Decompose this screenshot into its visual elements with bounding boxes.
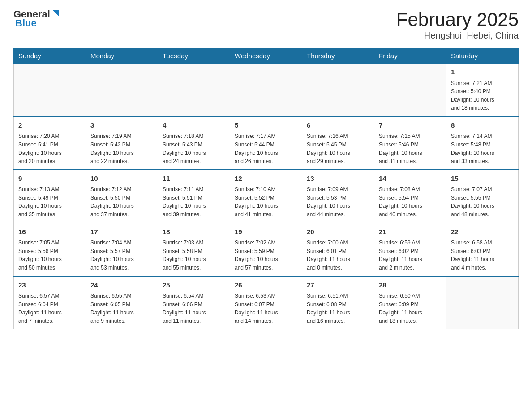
- calendar-cell: 19Sunrise: 7:02 AMSunset: 5:59 PMDayligh…: [230, 223, 302, 276]
- day-number: 17: [90, 227, 153, 237]
- calendar-cell: 1Sunrise: 7:21 AMSunset: 5:40 PMDaylight…: [446, 64, 519, 116]
- day-number: 2: [18, 120, 81, 131]
- day-info: Sunrise: 7:20 AMSunset: 5:41 PMDaylight:…: [18, 132, 81, 165]
- logo: General Blue: [13, 9, 61, 29]
- calendar-cell: 18Sunrise: 7:03 AMSunset: 5:58 PMDayligh…: [158, 223, 230, 276]
- calendar-cell: 28Sunrise: 6:50 AMSunset: 6:09 PMDayligh…: [374, 276, 446, 329]
- week-row-2: 9Sunrise: 7:13 AMSunset: 5:49 PMDaylight…: [14, 170, 519, 223]
- calendar-cell: 10Sunrise: 7:12 AMSunset: 5:50 PMDayligh…: [86, 170, 158, 223]
- calendar-cell: [14, 64, 86, 116]
- day-number: 11: [163, 174, 225, 184]
- weekday-header-row: SundayMondayTuesdayWednesdayThursdayFrid…: [14, 48, 519, 64]
- day-number: 25: [163, 280, 225, 291]
- weekday-header-saturday: Saturday: [446, 48, 519, 64]
- day-number: 5: [235, 120, 297, 131]
- day-number: 28: [379, 280, 442, 291]
- day-info: Sunrise: 7:00 AMSunset: 6:01 PMDaylight:…: [307, 239, 369, 272]
- day-number: 19: [235, 227, 297, 237]
- day-info: Sunrise: 7:09 AMSunset: 5:53 PMDaylight:…: [307, 185, 369, 218]
- calendar-cell: 4Sunrise: 7:18 AMSunset: 5:43 PMDaylight…: [158, 116, 230, 170]
- page-header: General Blue February 2025 Hengshui, Heb…: [13, 9, 519, 41]
- month-title: February 2025: [396, 9, 519, 30]
- calendar-cell: [446, 276, 519, 329]
- day-number: 3: [90, 120, 153, 131]
- day-number: 6: [307, 120, 369, 131]
- week-row-0: 1Sunrise: 7:21 AMSunset: 5:40 PMDaylight…: [14, 64, 519, 116]
- weekday-header-wednesday: Wednesday: [230, 48, 302, 64]
- svg-marker-0: [53, 10, 59, 17]
- day-number: 20: [307, 227, 369, 237]
- title-area: February 2025 Hengshui, Hebei, China: [396, 9, 519, 41]
- day-info: Sunrise: 7:14 AMSunset: 5:48 PMDaylight:…: [451, 132, 514, 165]
- calendar-cell: 14Sunrise: 7:08 AMSunset: 5:54 PMDayligh…: [374, 170, 446, 223]
- day-number: 14: [379, 174, 442, 184]
- calendar-cell: 2Sunrise: 7:20 AMSunset: 5:41 PMDaylight…: [14, 116, 86, 170]
- calendar-cell: [86, 64, 158, 116]
- logo-blue: Blue: [15, 18, 37, 29]
- day-number: 16: [18, 227, 81, 237]
- day-info: Sunrise: 7:15 AMSunset: 5:46 PMDaylight:…: [379, 132, 442, 165]
- calendar-cell: [374, 64, 446, 116]
- day-info: Sunrise: 7:10 AMSunset: 5:52 PMDaylight:…: [235, 185, 297, 218]
- calendar-cell: 22Sunrise: 6:58 AMSunset: 6:03 PMDayligh…: [446, 223, 519, 276]
- calendar-cell: 13Sunrise: 7:09 AMSunset: 5:53 PMDayligh…: [302, 170, 374, 223]
- calendar-cell: 12Sunrise: 7:10 AMSunset: 5:52 PMDayligh…: [230, 170, 302, 223]
- calendar-table: SundayMondayTuesdayWednesdayThursdayFrid…: [13, 48, 519, 329]
- calendar-cell: 27Sunrise: 6:51 AMSunset: 6:08 PMDayligh…: [302, 276, 374, 329]
- day-number: 27: [307, 280, 369, 291]
- day-number: 9: [18, 174, 81, 184]
- calendar-cell: 23Sunrise: 6:57 AMSunset: 6:04 PMDayligh…: [14, 276, 86, 329]
- day-info: Sunrise: 6:55 AMSunset: 6:05 PMDaylight:…: [90, 292, 153, 325]
- day-info: Sunrise: 7:18 AMSunset: 5:43 PMDaylight:…: [163, 132, 225, 165]
- day-info: Sunrise: 7:08 AMSunset: 5:54 PMDaylight:…: [379, 185, 442, 218]
- day-info: Sunrise: 6:58 AMSunset: 6:03 PMDaylight:…: [451, 239, 514, 272]
- day-info: Sunrise: 7:12 AMSunset: 5:50 PMDaylight:…: [90, 185, 153, 218]
- calendar-cell: 7Sunrise: 7:15 AMSunset: 5:46 PMDaylight…: [374, 116, 446, 170]
- day-number: 26: [235, 280, 297, 291]
- calendar-cell: 21Sunrise: 6:59 AMSunset: 6:02 PMDayligh…: [374, 223, 446, 276]
- day-info: Sunrise: 7:21 AMSunset: 5:40 PMDaylight:…: [451, 79, 514, 112]
- weekday-header-monday: Monday: [86, 48, 158, 64]
- week-row-1: 2Sunrise: 7:20 AMSunset: 5:41 PMDaylight…: [14, 116, 519, 170]
- day-info: Sunrise: 7:11 AMSunset: 5:51 PMDaylight:…: [163, 185, 225, 218]
- day-info: Sunrise: 7:19 AMSunset: 5:42 PMDaylight:…: [90, 132, 153, 165]
- calendar-cell: [158, 64, 230, 116]
- day-info: Sunrise: 7:13 AMSunset: 5:49 PMDaylight:…: [18, 185, 81, 218]
- day-info: Sunrise: 6:59 AMSunset: 6:02 PMDaylight:…: [379, 239, 442, 272]
- day-info: Sunrise: 6:54 AMSunset: 6:06 PMDaylight:…: [163, 292, 225, 325]
- day-number: 23: [18, 280, 81, 291]
- day-info: Sunrise: 7:07 AMSunset: 5:55 PMDaylight:…: [451, 185, 514, 218]
- logo-arrow-icon: [51, 9, 61, 18]
- day-info: Sunrise: 7:05 AMSunset: 5:56 PMDaylight:…: [18, 239, 81, 272]
- day-number: 7: [379, 120, 442, 131]
- calendar-cell: 3Sunrise: 7:19 AMSunset: 5:42 PMDaylight…: [86, 116, 158, 170]
- weekday-header-friday: Friday: [374, 48, 446, 64]
- calendar-cell: 26Sunrise: 6:53 AMSunset: 6:07 PMDayligh…: [230, 276, 302, 329]
- day-info: Sunrise: 6:53 AMSunset: 6:07 PMDaylight:…: [235, 292, 297, 325]
- calendar-cell: 11Sunrise: 7:11 AMSunset: 5:51 PMDayligh…: [158, 170, 230, 223]
- day-number: 1: [451, 67, 514, 77]
- day-number: 22: [451, 227, 514, 237]
- day-number: 8: [451, 120, 514, 131]
- calendar-cell: 20Sunrise: 7:00 AMSunset: 6:01 PMDayligh…: [302, 223, 374, 276]
- calendar-cell: [302, 64, 374, 116]
- day-number: 10: [90, 174, 153, 184]
- weekday-header-tuesday: Tuesday: [158, 48, 230, 64]
- calendar-cell: 8Sunrise: 7:14 AMSunset: 5:48 PMDaylight…: [446, 116, 519, 170]
- day-number: 21: [379, 227, 442, 237]
- week-row-3: 16Sunrise: 7:05 AMSunset: 5:56 PMDayligh…: [14, 223, 519, 276]
- day-number: 18: [163, 227, 225, 237]
- day-info: Sunrise: 6:51 AMSunset: 6:08 PMDaylight:…: [307, 292, 369, 325]
- day-number: 15: [451, 174, 514, 184]
- calendar-cell: 25Sunrise: 6:54 AMSunset: 6:06 PMDayligh…: [158, 276, 230, 329]
- week-row-4: 23Sunrise: 6:57 AMSunset: 6:04 PMDayligh…: [14, 276, 519, 329]
- calendar-cell: 9Sunrise: 7:13 AMSunset: 5:49 PMDaylight…: [14, 170, 86, 223]
- day-number: 24: [90, 280, 153, 291]
- calendar-cell: 16Sunrise: 7:05 AMSunset: 5:56 PMDayligh…: [14, 223, 86, 276]
- calendar-cell: 24Sunrise: 6:55 AMSunset: 6:05 PMDayligh…: [86, 276, 158, 329]
- day-number: 12: [235, 174, 297, 184]
- calendar-cell: 6Sunrise: 7:16 AMSunset: 5:45 PMDaylight…: [302, 116, 374, 170]
- calendar-cell: [230, 64, 302, 116]
- day-info: Sunrise: 6:57 AMSunset: 6:04 PMDaylight:…: [18, 292, 81, 325]
- calendar-cell: 5Sunrise: 7:17 AMSunset: 5:44 PMDaylight…: [230, 116, 302, 170]
